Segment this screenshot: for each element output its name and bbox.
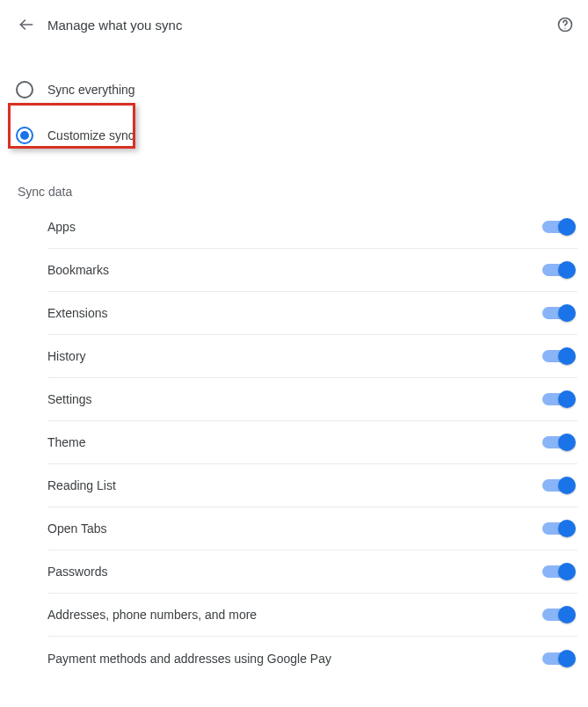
item-label: Theme <box>47 435 86 449</box>
list-item: Apps <box>47 206 577 249</box>
sync-data-list: Apps Bookmarks Extensions History Settin… <box>0 206 588 680</box>
toggle-switch[interactable] <box>542 350 572 362</box>
item-label: History <box>47 349 86 363</box>
item-label: Extensions <box>47 306 107 320</box>
item-label: Open Tabs <box>47 521 106 536</box>
radio-icon-selected <box>16 127 33 144</box>
toggle-switch[interactable] <box>542 436 572 448</box>
radio-label: Customize sync <box>47 128 134 142</box>
item-label: Passwords <box>47 565 107 579</box>
svg-point-2 <box>564 28 565 29</box>
item-label: Payment methods and addresses using Goog… <box>47 652 331 666</box>
list-item: Open Tabs <box>47 507 577 550</box>
radio-sync-everything[interactable]: Sync everything <box>0 67 588 113</box>
page-title: Manage what you sync <box>47 18 182 33</box>
list-item: Reading List <box>47 464 577 507</box>
radio-label: Sync everything <box>47 83 135 97</box>
radio-icon <box>16 81 33 98</box>
toggle-switch[interactable] <box>542 393 572 405</box>
radio-customize-sync[interactable]: Customize sync <box>0 113 588 158</box>
list-item: Bookmarks <box>47 249 577 292</box>
item-label: Apps <box>47 220 76 234</box>
toggle-switch[interactable] <box>542 479 572 492</box>
list-item: Passwords <box>47 550 577 594</box>
list-item: Addresses, phone numbers, and more <box>47 594 577 637</box>
toggle-switch[interactable] <box>542 221 572 233</box>
item-label: Addresses, phone numbers, and more <box>47 608 257 622</box>
item-label: Settings <box>47 392 92 406</box>
toggle-switch[interactable] <box>542 264 572 276</box>
item-label: Reading List <box>47 478 116 492</box>
toggle-switch[interactable] <box>542 609 572 621</box>
item-label: Bookmarks <box>47 263 109 277</box>
header: Manage what you sync <box>0 0 588 40</box>
toggle-switch[interactable] <box>542 652 572 665</box>
toggle-switch[interactable] <box>542 307 572 319</box>
help-icon[interactable] <box>556 16 574 33</box>
list-item: Payment methods and addresses using Goog… <box>47 637 577 680</box>
back-icon[interactable] <box>18 16 35 33</box>
toggle-switch[interactable] <box>542 565 572 578</box>
sync-mode-section: Sync everything Customize sync <box>0 40 588 158</box>
section-header: Sync data <box>0 158 588 206</box>
list-item: Extensions <box>47 292 577 335</box>
list-item: Settings <box>47 378 577 421</box>
toggle-switch[interactable] <box>542 522 572 535</box>
list-item: History <box>47 335 577 378</box>
list-item: Theme <box>47 421 577 464</box>
